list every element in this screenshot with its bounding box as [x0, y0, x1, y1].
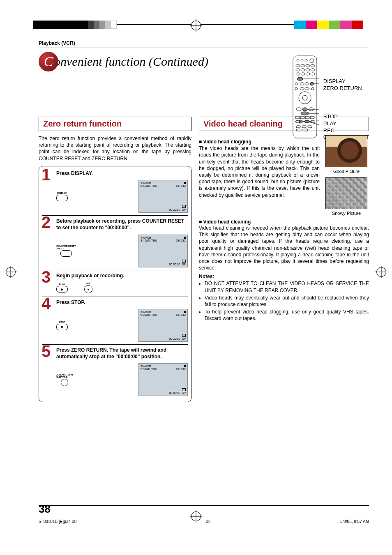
notes-title: Notes:	[199, 274, 369, 279]
registration-mark-icon	[6, 267, 16, 277]
stop-button-icon: STOP ■	[56, 321, 68, 330]
svg-point-19	[310, 82, 314, 85]
svg-point-8	[311, 64, 315, 67]
svg-point-29	[302, 95, 307, 100]
step-5: 5 Press ZERO RETURN. The tape will rewin…	[42, 345, 188, 398]
osd-screen: TV/VCR 8:40AM THU CH 012	[138, 235, 188, 267]
play-button-icon: PLAY ▶	[56, 283, 68, 292]
note-item: To help prevent video head clogging, use…	[205, 309, 369, 322]
svg-rect-46	[296, 126, 300, 128]
svg-point-31	[302, 108, 307, 111]
svg-point-2	[297, 60, 299, 62]
svg-point-5	[296, 64, 300, 67]
svg-point-12	[311, 69, 315, 71]
step-number: 4	[42, 295, 51, 312]
step-number: 2	[42, 214, 51, 230]
cleaning-text: Video head cleaning is needed when the p…	[199, 225, 369, 271]
zero-return-button-icon: ZERO RETURN SUBTITLE	[56, 373, 73, 386]
svg-point-17	[297, 77, 303, 81]
svg-rect-47	[302, 126, 306, 128]
svg-rect-50	[303, 129, 308, 131]
svg-point-28	[299, 92, 311, 104]
breadcrumb: Playback (VCR)	[39, 40, 369, 46]
svg-point-40	[299, 120, 302, 123]
step-number: 3	[42, 269, 51, 285]
svg-point-4	[305, 60, 307, 62]
step-4: 4 Press STOP. STOP ■	[42, 297, 188, 345]
note-item: Video heads may eventually wear out and …	[205, 295, 369, 308]
step-text: Press DISPLAY.	[56, 170, 188, 177]
step-text: Press STOP.	[56, 299, 188, 306]
title-initial-icon: C	[39, 52, 58, 71]
svg-point-6	[301, 64, 305, 67]
snowy-picture-image	[325, 177, 367, 209]
svg-point-3	[301, 60, 303, 62]
zero-return-intro: The zero return function provides a conv…	[39, 135, 191, 162]
svg-rect-49	[296, 129, 301, 131]
step-text: Begin playback or recording.	[56, 273, 188, 279]
svg-point-11	[306, 69, 310, 71]
svg-point-13	[296, 73, 300, 75]
snowy-picture-caption: Snowy Picture	[324, 211, 369, 216]
svg-rect-39	[310, 116, 314, 119]
steps-box: 1 Press DISPLAY. DISPLAY	[39, 166, 191, 403]
step-number: 5	[42, 343, 51, 359]
svg-point-34	[301, 112, 309, 115]
step-number: 1	[42, 166, 51, 183]
svg-point-15	[306, 73, 310, 75]
section-title-zero-return: Zero return function	[39, 117, 191, 131]
svg-point-24	[295, 88, 297, 90]
svg-point-9	[296, 69, 300, 71]
page-number: 38	[39, 503, 51, 516]
svg-point-16	[311, 73, 315, 75]
svg-point-10	[301, 69, 305, 71]
notes-list: DO NOT ATTEMPT TO CLEAN THE VIDEO HEADS …	[199, 280, 369, 322]
svg-rect-48	[308, 126, 312, 128]
display-button-icon: DISPLAY	[56, 192, 68, 201]
osd-screen: TV/VCR 8:40AM THU CH 012	[138, 180, 188, 213]
footer-meta: 5T80101B [E]p34-38 38 3/8/05, 9:57 AM	[39, 519, 369, 524]
clogging-text: The video heads are the means by which t…	[199, 145, 320, 198]
svg-point-27	[311, 88, 314, 90]
svg-point-22	[300, 83, 304, 85]
footer-file: 5T80101B [E]p34-38	[39, 519, 76, 524]
svg-rect-38	[305, 116, 309, 119]
osd-screen: TV/VCR 9:00AM THU CH 012	[138, 363, 188, 396]
remote-label-display: DISPLAY	[323, 78, 369, 85]
svg-rect-37	[300, 116, 304, 119]
step-text: Before playback or recording, press COUN…	[56, 218, 188, 231]
svg-point-1	[310, 59, 314, 63]
good-picture-image	[325, 135, 367, 167]
footer-rule	[39, 505, 369, 506]
subhead-cleaning: Video head cleaning	[199, 219, 369, 225]
remote-diagram: DISPLAY ZERO RETURN STOP PLAY REC COUNTE…	[291, 55, 369, 141]
remote-icon	[291, 55, 319, 141]
svg-point-25	[300, 88, 304, 90]
step-2: 2 Before playback or recording, press CO…	[42, 216, 188, 270]
footer-date: 3/8/05, 9:57 AM	[340, 519, 369, 524]
rec-button-icon: REC ●	[84, 282, 92, 293]
remote-label-zero-return: ZERO RETURN	[323, 85, 369, 92]
footer-page: 38	[206, 519, 211, 524]
registration-mark-icon	[191, 21, 201, 30]
remote-label-stop: STOP	[323, 113, 369, 120]
remote-label-play: PLAY	[323, 120, 369, 127]
good-picture-caption: Good Picture	[324, 169, 369, 174]
registration-mark-icon	[376, 267, 386, 277]
svg-point-21	[295, 83, 297, 85]
svg-point-45	[310, 120, 315, 123]
note-item: DO NOT ATTEMPT TO CLEAN THE VIDEO HEADS …	[205, 280, 369, 293]
remote-label-rec: REC	[323, 127, 369, 134]
svg-point-30	[296, 108, 301, 111]
svg-point-43	[304, 120, 309, 123]
step-text: Press ZERO RETURN. The tape will rewind …	[56, 347, 188, 360]
counter-reset-button-icon: COUNTER RESET ANGLE	[56, 245, 76, 257]
osd-screen: TV/VCR 9:00AM THU CH 012	[138, 309, 188, 342]
step-3: 3 Begin playback or recording. PLAY ▶ RE…	[42, 270, 188, 297]
svg-point-26	[305, 88, 309, 90]
svg-point-14	[301, 73, 305, 75]
svg-point-23	[305, 83, 309, 85]
svg-point-7	[306, 64, 310, 67]
title-text: onvenient function (Continued)	[54, 55, 208, 69]
svg-rect-36	[295, 116, 300, 119]
